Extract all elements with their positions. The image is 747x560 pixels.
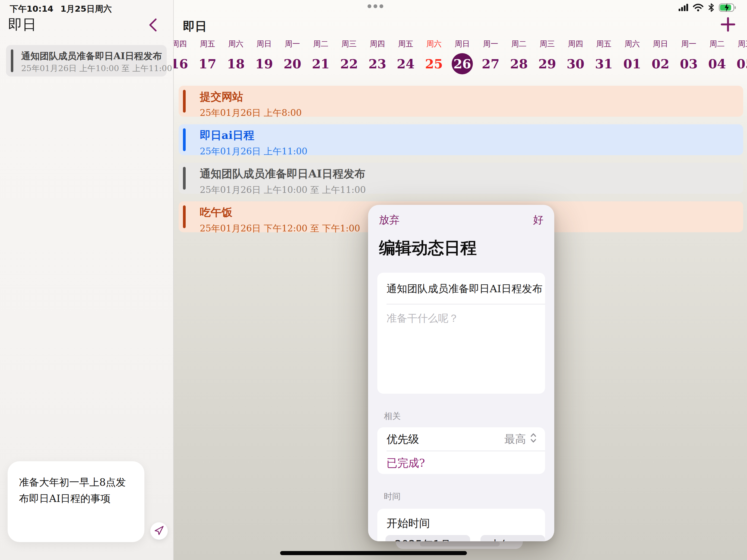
chevron-up-down-icon bbox=[530, 432, 537, 446]
date-day: 03 bbox=[680, 56, 698, 71]
date-day-circle: 18 bbox=[225, 53, 247, 74]
priority-row[interactable]: 优先级 最高 bbox=[377, 427, 545, 451]
date-item[interactable]: 周五 24 bbox=[391, 38, 420, 74]
completed-row[interactable]: 已完成? bbox=[377, 451, 545, 475]
sidebar-task-card[interactable]: 通知团队成员准备即日AI日程发布 25年01月26日 上午10:00 至 上午1… bbox=[6, 45, 167, 77]
date-item[interactable]: 周六 01 bbox=[618, 38, 646, 74]
date-day-circle: 31 bbox=[593, 53, 615, 74]
date-day: 24 bbox=[397, 56, 414, 71]
start-time-button[interactable]: 上午 10:00 bbox=[481, 535, 545, 541]
task-color-bar bbox=[11, 49, 13, 72]
date-day-circle: 20 bbox=[282, 53, 303, 74]
date-day-circle: 25 bbox=[423, 53, 445, 74]
date-item[interactable]: 周一 03 bbox=[674, 38, 703, 74]
date-day: 29 bbox=[538, 56, 556, 71]
event-color-bar bbox=[183, 90, 186, 113]
date-weekday: 周三 bbox=[731, 38, 747, 49]
status-bar-right bbox=[678, 3, 736, 13]
task-time: 25年01月26日 上午10:00 至 上午11:00 bbox=[21, 63, 172, 74]
date-item[interactable]: 周四 16 bbox=[174, 38, 193, 74]
date-day-circle: 04 bbox=[706, 53, 728, 74]
chat-message: 准备大年初一早上8点发布即日AI日程的事项 bbox=[19, 476, 126, 504]
date-weekday: 周五 bbox=[193, 38, 222, 49]
date-weekday: 周四 bbox=[174, 38, 193, 49]
ellipsis-icon[interactable] bbox=[367, 4, 383, 8]
main-area: 即日 周四 16 周五 17 周六 18 周日 19 周一 20 周二 21 bbox=[174, 0, 747, 560]
wifi-icon bbox=[693, 3, 703, 13]
date-day-circle: 24 bbox=[395, 53, 416, 74]
sidebar-title: 即日 bbox=[8, 15, 36, 34]
event-row[interactable]: 通知团队成员准备即日AI日程发布 25年01月26日 上午10:00 至 上午1… bbox=[179, 163, 743, 194]
date-weekday: 周日 bbox=[250, 38, 278, 49]
send-button[interactable] bbox=[150, 522, 168, 540]
date-weekday: 周日 bbox=[448, 38, 476, 49]
date-item[interactable]: 周日 19 bbox=[250, 38, 278, 74]
date-day: 31 bbox=[595, 56, 613, 71]
date-weekday: 周四 bbox=[363, 38, 391, 49]
date-day: 28 bbox=[510, 56, 528, 71]
event-row[interactable]: 即日ai日程 25年01月26日 上午11:00 bbox=[179, 124, 743, 155]
date-weekday: 周四 bbox=[561, 38, 590, 49]
date-day-circle: 21 bbox=[310, 53, 331, 74]
date-day: 17 bbox=[199, 56, 216, 71]
date-day-circle: 30 bbox=[565, 53, 586, 74]
event-title-field[interactable]: 通知团队成员准备即日AI日程发布 bbox=[377, 273, 545, 296]
date-item[interactable]: 周日 02 bbox=[646, 38, 674, 74]
date-day-circle: 22 bbox=[338, 53, 360, 74]
date-day: 19 bbox=[255, 56, 273, 71]
date-item[interactable]: 周四 23 bbox=[363, 38, 391, 74]
date-day: 20 bbox=[284, 56, 301, 71]
date-weekday: 周一 bbox=[278, 38, 306, 49]
event-row[interactable]: 提交网站 25年01月26日 上午8:00 bbox=[179, 86, 743, 117]
bluetooth-icon bbox=[707, 3, 715, 13]
priority-label: 优先级 bbox=[387, 432, 419, 447]
date-item[interactable]: 周二 04 bbox=[703, 38, 731, 74]
date-day: 02 bbox=[651, 56, 669, 71]
date-weekday: 周一 bbox=[476, 38, 505, 49]
date-day: 21 bbox=[312, 56, 330, 71]
date-item[interactable]: 周六 25 bbox=[420, 38, 448, 74]
date-item[interactable]: 周五 17 bbox=[193, 38, 222, 74]
date-strip: 周四 16 周五 17 周六 18 周日 19 周一 20 周二 21 周三 2… bbox=[174, 38, 747, 74]
date-day-circle: 19 bbox=[254, 53, 275, 74]
related-card: 优先级 最高 已完成? bbox=[377, 427, 545, 474]
date-item[interactable]: 周三 22 bbox=[335, 38, 363, 74]
date-weekday: 周二 bbox=[306, 38, 335, 49]
date-item[interactable]: 周二 21 bbox=[306, 38, 335, 74]
task-title: 通知团队成员准备即日AI日程发布 bbox=[21, 50, 162, 62]
date-item[interactable]: 周四 30 bbox=[561, 38, 590, 74]
plus-icon bbox=[720, 28, 736, 33]
date-day: 26 bbox=[453, 56, 471, 71]
chat-input-card[interactable]: 准备大年初一早上8点发布即日AI日程的事项 bbox=[8, 461, 145, 542]
confirm-button[interactable]: 好 bbox=[533, 213, 543, 227]
back-button[interactable] bbox=[148, 18, 158, 32]
date-day-circle: 17 bbox=[197, 53, 218, 74]
date-day-circle: 16 bbox=[174, 53, 190, 74]
date-day: 30 bbox=[567, 56, 585, 71]
date-item[interactable]: 周二 28 bbox=[505, 38, 533, 74]
popup-under-pill bbox=[420, 541, 500, 546]
home-indicator[interactable] bbox=[280, 551, 467, 555]
title-notes-card: 通知团队成员准备即日AI日程发布 准备干什么呢？ bbox=[377, 273, 545, 394]
cancel-button[interactable]: 放弃 bbox=[379, 213, 400, 227]
completed-label: 已完成? bbox=[387, 456, 425, 471]
section-label-time: 时间 bbox=[384, 491, 545, 502]
start-date-button[interactable]: 2025年1月26日 bbox=[385, 535, 470, 541]
date-weekday: 周三 bbox=[335, 38, 363, 49]
date-item[interactable]: 周三 29 bbox=[533, 38, 561, 74]
date-item[interactable]: 周一 20 bbox=[278, 38, 306, 74]
date-weekday: 周二 bbox=[505, 38, 533, 49]
date-item[interactable]: 周五 31 bbox=[590, 38, 618, 74]
date-item[interactable]: 周一 27 bbox=[476, 38, 505, 74]
status-time: 下午10:14 bbox=[10, 3, 53, 15]
event-time: 25年01月26日 上午10:00 至 上午11:00 bbox=[200, 184, 366, 196]
notes-field-placeholder[interactable]: 准备干什么呢？ bbox=[377, 304, 545, 325]
time-card: 开始时间 2025年1月26日 上午 10:00 bbox=[377, 509, 545, 541]
add-button[interactable] bbox=[720, 17, 736, 32]
date-item[interactable]: 周日 26 bbox=[448, 38, 476, 74]
date-day: 25 bbox=[425, 56, 443, 71]
date-item[interactable]: 周三 05 bbox=[731, 38, 747, 74]
date-item[interactable]: 周六 18 bbox=[222, 38, 250, 74]
date-day: 22 bbox=[340, 56, 358, 71]
date-weekday: 周五 bbox=[590, 38, 618, 49]
